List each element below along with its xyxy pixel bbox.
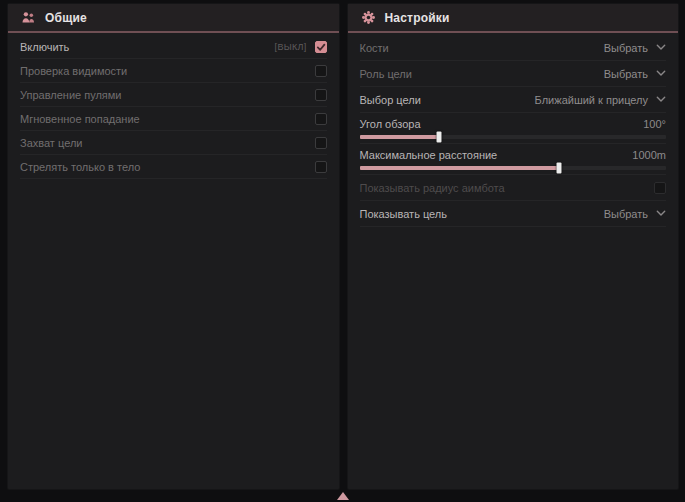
settings-row[interactable]: Управление пулями (20, 83, 327, 107)
settings-row[interactable]: Выбор цели Ближайший к прицелу (360, 87, 667, 113)
checkbox[interactable] (315, 161, 327, 173)
settings-row[interactable]: Захват цели (20, 131, 327, 155)
chevron-down-icon (656, 96, 666, 103)
dropdown-value: Выбрать (604, 42, 648, 54)
slider-fill (360, 166, 559, 170)
dropdown[interactable]: Выбрать (604, 42, 666, 54)
check-icon (316, 42, 326, 52)
panel-settings: Настройки Кости Выбрать Роль цели Выбрат… (348, 4, 679, 489)
gear-icon (361, 10, 376, 25)
checkbox[interactable] (654, 182, 666, 194)
row-label: Захват цели (20, 137, 82, 149)
slider-thumb[interactable] (556, 163, 561, 174)
chevron-down-icon (656, 70, 666, 77)
chevron-down-icon (656, 210, 666, 217)
settings-rows: Кости Выбрать Роль цели Выбрать Выбор це… (348, 33, 679, 227)
row-label: Включить (20, 41, 69, 53)
row-label: Роль цели (360, 68, 412, 80)
row-label: Выбор цели (360, 94, 421, 106)
scroll-up-arrow-icon[interactable] (337, 492, 349, 500)
settings-row: Максимальное расстояние 1000m (360, 144, 667, 175)
row-label: Проверка видимости (20, 65, 127, 77)
checkbox[interactable] (315, 113, 327, 125)
slider-value: 1000m (632, 149, 666, 161)
panel-title: Общие (45, 11, 87, 25)
dropdown[interactable]: Выбрать (604, 68, 666, 80)
checkbox[interactable] (315, 89, 327, 101)
slider-thumb[interactable] (437, 132, 442, 143)
dropdown[interactable]: Ближайший к прицелу (535, 94, 666, 106)
row-label: Угол обзора (360, 118, 421, 130)
row-label: Показывать цель (360, 208, 448, 220)
row-label: Стрелять только в тело (20, 161, 140, 173)
dropdown-value: Ближайший к прицелу (535, 94, 648, 106)
settings-row[interactable]: Мгновенное попадание (20, 107, 327, 131)
chevron-down-icon (656, 44, 666, 51)
panel-general: Общие Включить [ВЫКЛ] Проверка видимости… (8, 4, 339, 489)
checkbox[interactable] (315, 41, 327, 53)
dropdown-value: Выбрать (604, 208, 648, 220)
slider-track[interactable] (360, 135, 667, 139)
hotkey-state-label: [ВЫКЛ] (275, 42, 307, 52)
panel-title: Настройки (385, 11, 450, 25)
settings-row[interactable]: Включить [ВЫКЛ] (20, 35, 327, 59)
panel-general-header: Общие (8, 4, 339, 33)
slider-value: 100° (643, 118, 666, 130)
row-label: Кости (360, 42, 389, 54)
settings-row[interactable]: Кости Выбрать (360, 35, 667, 61)
row-label: Показывать радиус аимбота (360, 182, 505, 194)
slider-fill (360, 135, 440, 139)
settings-row[interactable]: Проверка видимости (20, 59, 327, 83)
settings-window: Общие Включить [ВЫКЛ] Проверка видимости… (0, 0, 685, 489)
settings-row: Угол обзора 100° (360, 113, 667, 144)
dropdown-value: Выбрать (604, 68, 648, 80)
row-label: Мгновенное попадание (20, 113, 140, 125)
settings-row[interactable]: Показывать цель Выбрать (360, 201, 667, 227)
slider-track[interactable] (360, 166, 667, 170)
settings-row[interactable]: Роль цели Выбрать (360, 61, 667, 87)
checkbox[interactable] (315, 65, 327, 77)
group-icon (21, 10, 36, 25)
checkbox[interactable] (315, 137, 327, 149)
settings-row[interactable]: Стрелять только в тело (20, 155, 327, 179)
dropdown[interactable]: Выбрать (604, 208, 666, 220)
row-label: Максимальное расстояние (360, 149, 498, 161)
settings-row[interactable]: Показывать радиус аимбота (360, 175, 667, 201)
row-label: Управление пулями (20, 89, 122, 101)
panel-settings-header: Настройки (348, 4, 679, 33)
general-rows: Включить [ВЫКЛ] Проверка видимости Управ… (8, 33, 339, 179)
